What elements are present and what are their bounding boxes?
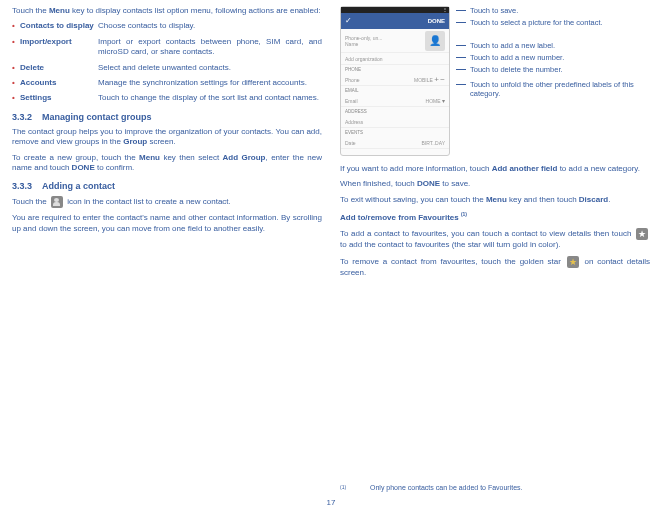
callout-line bbox=[456, 84, 466, 85]
p2-post: to save. bbox=[440, 179, 470, 188]
bullet-dot: • bbox=[12, 37, 20, 58]
callout-text: Touch to unfold the other predefined lab… bbox=[470, 80, 650, 98]
discard-bold: Discard bbox=[579, 195, 608, 204]
section-address: ADDRESS bbox=[341, 107, 449, 116]
person-icon bbox=[51, 196, 63, 208]
p3-post: . bbox=[608, 195, 610, 204]
p-done: When finished, touch DONE to save. bbox=[340, 179, 650, 189]
done-label: DONE bbox=[428, 18, 445, 24]
footnote-ref: (1) bbox=[461, 211, 467, 217]
callout-line bbox=[456, 57, 466, 58]
bullet-label: Accounts bbox=[20, 78, 98, 88]
callout-text: Touch to select a picture for the contac… bbox=[470, 18, 650, 27]
page-number: 17 bbox=[0, 498, 662, 507]
check-icon: ✓ bbox=[345, 16, 355, 26]
star-icon: ★ bbox=[636, 228, 648, 240]
p333a-pre: Touch the bbox=[12, 197, 49, 206]
p-add-field: If you want to add more information, tou… bbox=[340, 164, 650, 174]
section-email: EMAIL bbox=[341, 86, 449, 95]
callout-line bbox=[456, 10, 466, 11]
callout-text: Touch to add a new number. bbox=[470, 53, 650, 62]
bullet-dot: • bbox=[12, 63, 20, 73]
callout: Touch to add a new label. bbox=[456, 41, 650, 50]
p-add-fav: To add a contact to favourites, you can … bbox=[340, 228, 650, 250]
bullet-desc: Import or export contacts between phone,… bbox=[98, 37, 322, 58]
p333a-post: icon in the contact list to create a new… bbox=[65, 197, 231, 206]
phone-header: ✓ DONE bbox=[341, 13, 449, 29]
heading-332: 3.3.2Managing contact groups bbox=[12, 112, 322, 122]
add-org-text: Add organization bbox=[345, 56, 383, 62]
bullet-dot: • bbox=[12, 78, 20, 88]
bullet-row: • Accounts Manage the synchronization se… bbox=[12, 78, 322, 88]
bullet-row: • Settings Touch to change the display o… bbox=[12, 93, 322, 103]
bullet-dot: • bbox=[12, 93, 20, 103]
fav-heading-text: Add to/remove from Favourites bbox=[340, 213, 459, 222]
callout-line bbox=[456, 69, 466, 70]
footnote: (1) Only phone contacts can be added to … bbox=[340, 484, 650, 491]
add-field-bold: Add another field bbox=[492, 164, 558, 173]
bullet-label: Delete bbox=[20, 63, 98, 73]
callout-line bbox=[456, 22, 466, 23]
p1-pre: If you want to add more information, tou… bbox=[340, 164, 492, 173]
menu-bold: Menu bbox=[49, 6, 70, 15]
footnote-num: (1) bbox=[340, 484, 370, 491]
date-hint: Date bbox=[345, 140, 356, 146]
heading-333: 3.3.3Adding a contact bbox=[12, 181, 322, 191]
callout: Touch to save. bbox=[456, 6, 650, 15]
bullet-row: • Contacts to display Choose contacts to… bbox=[12, 21, 322, 31]
bullet-desc: Select and delete unwanted contacts. bbox=[98, 63, 322, 73]
addgroup-bold: Add Group bbox=[223, 153, 266, 162]
p333b: You are required to enter the contact's … bbox=[12, 213, 322, 234]
p333a: Touch the icon in the contact list to cr… bbox=[12, 196, 322, 208]
address-field-row: Address bbox=[341, 116, 449, 128]
p332b: To create a new group, touch the Menu ke… bbox=[12, 153, 322, 174]
add-org-row: Add organization bbox=[341, 53, 449, 65]
p4-post: to add the contact to favourites (the st… bbox=[340, 240, 561, 249]
footnote-text: Only phone contacts can be added to Favo… bbox=[370, 484, 523, 491]
section-phone: PHONE bbox=[341, 65, 449, 74]
p5-pre: To remove a contact from favourites, tou… bbox=[340, 257, 565, 266]
avatar-placeholder: 👤 bbox=[425, 31, 445, 51]
p3-mid: key and then touch bbox=[507, 195, 579, 204]
phone-diagram: ⋮ ✓ DONE Phone-only, un... Name 👤 Add or… bbox=[340, 6, 650, 156]
heading-text: Adding a contact bbox=[42, 181, 115, 191]
address-hint: Address bbox=[345, 119, 363, 125]
heading-num: 3.3.2 bbox=[12, 112, 32, 122]
email-hint: Email bbox=[345, 98, 358, 104]
callout-text: Touch to save. bbox=[470, 6, 650, 15]
callout: Touch to add a new number. bbox=[456, 53, 650, 62]
bullet-label: Contacts to display bbox=[20, 21, 98, 31]
section-events: EVENTS bbox=[341, 128, 449, 137]
callout-text: Touch to add a new label. bbox=[470, 41, 650, 50]
bullet-label: Import/export bbox=[20, 37, 98, 58]
p-remove-fav: To remove a contact from favourites, tou… bbox=[340, 256, 650, 278]
p4-pre: To add a contact to favourites, you can … bbox=[340, 229, 634, 238]
star-gold-icon: ★ bbox=[567, 256, 579, 268]
plus-icon: + bbox=[434, 75, 439, 84]
p-discard: To exit without saving, you can touch th… bbox=[340, 195, 650, 205]
heading-num: 3.3.3 bbox=[12, 181, 32, 191]
email-field-row: Email HOME ▾ bbox=[341, 95, 449, 107]
phone-hint: Phone bbox=[345, 77, 359, 83]
bullet-desc: Touch to change the display of the sort … bbox=[98, 93, 322, 103]
phone-only-text: Phone-only, un... bbox=[345, 35, 382, 41]
intro-text: Touch the Menu key to display contacts l… bbox=[12, 6, 322, 16]
bullet-row: • Delete Select and delete unwanted cont… bbox=[12, 63, 322, 73]
group-bold: Group bbox=[123, 137, 147, 146]
callout-text: Touch to delete the number. bbox=[470, 65, 650, 74]
minus-icon: − bbox=[440, 75, 445, 84]
bullet-dot: • bbox=[12, 21, 20, 31]
birthday-label: BIRT..DAY bbox=[422, 140, 445, 146]
done-bold2: DONE bbox=[417, 179, 440, 188]
p3-pre: To exit without saving, you can touch th… bbox=[340, 195, 486, 204]
menu-bold2: Menu bbox=[139, 153, 160, 162]
callouts: Touch to save. Touch to select a picture… bbox=[450, 6, 650, 156]
callout-line bbox=[456, 45, 466, 46]
callout: Touch to unfold the other predefined lab… bbox=[456, 80, 650, 98]
chevron-down-icon: ▾ bbox=[442, 98, 445, 104]
fav-heading: Add to/remove from Favourites (1) bbox=[340, 211, 650, 223]
heading-text: Managing contact groups bbox=[42, 112, 152, 122]
p2-pre: When finished, touch bbox=[340, 179, 417, 188]
phone-field-row: Phone MOBILE + − bbox=[341, 74, 449, 86]
p332a: The contact group helps you to improve t… bbox=[12, 127, 322, 148]
